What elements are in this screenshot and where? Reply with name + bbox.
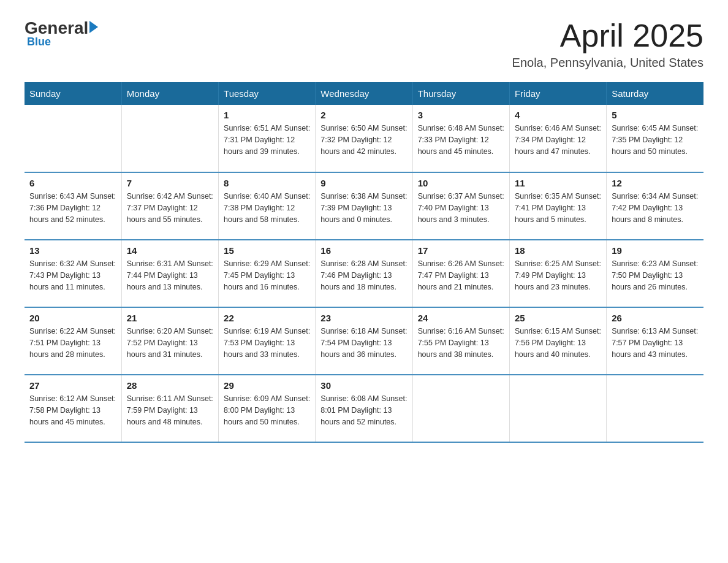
- day-info: Sunrise: 6:25 AM Sunset: 7:49 PM Dayligh…: [515, 258, 601, 293]
- calendar-cell: 21Sunrise: 6:20 AM Sunset: 7:52 PM Dayli…: [121, 307, 218, 375]
- day-info: Sunrise: 6:20 AM Sunset: 7:52 PM Dayligh…: [127, 326, 213, 360]
- day-info: Sunrise: 6:46 AM Sunset: 7:34 PM Dayligh…: [515, 123, 601, 157]
- day-info: Sunrise: 6:19 AM Sunset: 7:53 PM Dayligh…: [224, 326, 310, 360]
- calendar-cell: 25Sunrise: 6:15 AM Sunset: 7:56 PM Dayli…: [509, 307, 606, 375]
- day-info: Sunrise: 6:16 AM Sunset: 7:55 PM Dayligh…: [418, 326, 504, 360]
- day-info: Sunrise: 6:34 AM Sunset: 7:42 PM Dayligh…: [612, 191, 699, 225]
- weekday-header-monday: Monday: [121, 82, 218, 105]
- calendar-cell: [607, 375, 703, 442]
- day-number: 3: [418, 110, 504, 120]
- day-number: 14: [127, 245, 213, 256]
- day-number: 18: [515, 245, 601, 256]
- calendar-cell: 12Sunrise: 6:34 AM Sunset: 7:42 PM Dayli…: [607, 172, 703, 240]
- day-info: Sunrise: 6:18 AM Sunset: 7:54 PM Dayligh…: [320, 326, 407, 360]
- calendar-cell: [509, 375, 606, 442]
- logo-blue: Blue: [27, 36, 51, 48]
- day-number: 21: [127, 313, 213, 323]
- week-row-4: 20Sunrise: 6:22 AM Sunset: 7:51 PM Dayli…: [25, 307, 703, 375]
- day-number: 22: [224, 313, 310, 323]
- day-info: Sunrise: 6:50 AM Sunset: 7:32 PM Dayligh…: [320, 123, 407, 157]
- day-info: Sunrise: 6:09 AM Sunset: 8:00 PM Dayligh…: [224, 393, 310, 427]
- day-info: Sunrise: 6:45 AM Sunset: 7:35 PM Dayligh…: [612, 123, 699, 157]
- weekday-header-wednesday: Wednesday: [316, 82, 412, 105]
- weekday-header-thursday: Thursday: [412, 82, 509, 105]
- day-info: Sunrise: 6:12 AM Sunset: 7:58 PM Dayligh…: [29, 393, 116, 427]
- calendar-cell: 23Sunrise: 6:18 AM Sunset: 7:54 PM Dayli…: [316, 307, 412, 375]
- day-number: 28: [127, 380, 213, 391]
- calendar-cell: 11Sunrise: 6:35 AM Sunset: 7:41 PM Dayli…: [509, 172, 606, 240]
- calendar-cell: 24Sunrise: 6:16 AM Sunset: 7:55 PM Dayli…: [412, 307, 509, 375]
- calendar-cell: 9Sunrise: 6:38 AM Sunset: 7:39 PM Daylig…: [316, 172, 412, 240]
- day-info: Sunrise: 6:31 AM Sunset: 7:44 PM Dayligh…: [127, 258, 213, 293]
- day-info: Sunrise: 6:42 AM Sunset: 7:37 PM Dayligh…: [127, 191, 213, 225]
- weekday-header-saturday: Saturday: [607, 82, 703, 105]
- calendar-cell: 6Sunrise: 6:43 AM Sunset: 7:36 PM Daylig…: [25, 172, 121, 240]
- calendar-cell: 28Sunrise: 6:11 AM Sunset: 7:59 PM Dayli…: [121, 375, 218, 442]
- day-number: 24: [418, 313, 504, 323]
- calendar-cell: [25, 105, 121, 172]
- day-info: Sunrise: 6:28 AM Sunset: 7:46 PM Dayligh…: [320, 258, 407, 293]
- weekday-header-sunday: Sunday: [25, 82, 121, 105]
- calendar-cell: [412, 375, 509, 442]
- calendar-cell: 2Sunrise: 6:50 AM Sunset: 7:32 PM Daylig…: [316, 105, 412, 172]
- calendar-cell: 8Sunrise: 6:40 AM Sunset: 7:38 PM Daylig…: [219, 172, 316, 240]
- day-number: 2: [320, 110, 407, 120]
- day-info: Sunrise: 6:08 AM Sunset: 8:01 PM Dayligh…: [320, 393, 407, 427]
- day-number: 6: [29, 178, 116, 188]
- day-info: Sunrise: 6:40 AM Sunset: 7:38 PM Dayligh…: [224, 191, 310, 225]
- calendar-cell: 29Sunrise: 6:09 AM Sunset: 8:00 PM Dayli…: [219, 375, 316, 442]
- day-number: 8: [224, 178, 310, 188]
- day-info: Sunrise: 6:43 AM Sunset: 7:36 PM Dayligh…: [29, 191, 116, 225]
- day-number: 20: [29, 313, 116, 323]
- page-header: General Blue April 2025 Enola, Pennsylva…: [25, 18, 703, 70]
- calendar-table: SundayMondayTuesdayWednesdayThursdayFrid…: [25, 82, 703, 443]
- calendar-cell: 13Sunrise: 6:32 AM Sunset: 7:43 PM Dayli…: [25, 240, 121, 307]
- calendar-cell: 1Sunrise: 6:51 AM Sunset: 7:31 PM Daylig…: [219, 105, 316, 172]
- day-info: Sunrise: 6:35 AM Sunset: 7:41 PM Dayligh…: [515, 191, 601, 225]
- calendar-cell: 5Sunrise: 6:45 AM Sunset: 7:35 PM Daylig…: [607, 105, 703, 172]
- week-row-3: 13Sunrise: 6:32 AM Sunset: 7:43 PM Dayli…: [25, 240, 703, 307]
- day-number: 23: [320, 313, 407, 323]
- day-info: Sunrise: 6:38 AM Sunset: 7:39 PM Dayligh…: [320, 191, 407, 225]
- calendar-cell: 18Sunrise: 6:25 AM Sunset: 7:49 PM Dayli…: [509, 240, 606, 307]
- calendar-cell: 7Sunrise: 6:42 AM Sunset: 7:37 PM Daylig…: [121, 172, 218, 240]
- day-info: Sunrise: 6:51 AM Sunset: 7:31 PM Dayligh…: [224, 123, 310, 157]
- day-info: Sunrise: 6:48 AM Sunset: 7:33 PM Dayligh…: [418, 123, 504, 157]
- day-number: 5: [612, 110, 699, 120]
- calendar-cell: 22Sunrise: 6:19 AM Sunset: 7:53 PM Dayli…: [219, 307, 316, 375]
- day-number: 15: [224, 245, 310, 256]
- calendar-cell: 14Sunrise: 6:31 AM Sunset: 7:44 PM Dayli…: [121, 240, 218, 307]
- day-number: 29: [224, 380, 310, 391]
- day-number: 19: [612, 245, 699, 256]
- calendar-cell: 15Sunrise: 6:29 AM Sunset: 7:45 PM Dayli…: [219, 240, 316, 307]
- weekday-header-friday: Friday: [509, 82, 606, 105]
- weekday-header-tuesday: Tuesday: [219, 82, 316, 105]
- calendar-cell: 16Sunrise: 6:28 AM Sunset: 7:46 PM Dayli…: [316, 240, 412, 307]
- page-title: April 2025: [512, 18, 703, 53]
- day-info: Sunrise: 6:29 AM Sunset: 7:45 PM Dayligh…: [224, 258, 310, 293]
- day-number: 26: [612, 313, 699, 323]
- calendar-cell: 20Sunrise: 6:22 AM Sunset: 7:51 PM Dayli…: [25, 307, 121, 375]
- day-number: 27: [29, 380, 116, 391]
- calendar-cell: 26Sunrise: 6:13 AM Sunset: 7:57 PM Dayli…: [607, 307, 703, 375]
- calendar-cell: 30Sunrise: 6:08 AM Sunset: 8:01 PM Dayli…: [316, 375, 412, 442]
- subtitle: Enola, Pennsylvania, United States: [512, 56, 703, 70]
- calendar-cell: [121, 105, 218, 172]
- day-info: Sunrise: 6:37 AM Sunset: 7:40 PM Dayligh…: [418, 191, 504, 225]
- day-number: 25: [515, 313, 601, 323]
- day-info: Sunrise: 6:26 AM Sunset: 7:47 PM Dayligh…: [418, 258, 504, 293]
- calendar-cell: 17Sunrise: 6:26 AM Sunset: 7:47 PM Dayli…: [412, 240, 509, 307]
- day-number: 7: [127, 178, 213, 188]
- day-number: 16: [320, 245, 407, 256]
- calendar-cell: 19Sunrise: 6:23 AM Sunset: 7:50 PM Dayli…: [607, 240, 703, 307]
- week-row-5: 27Sunrise: 6:12 AM Sunset: 7:58 PM Dayli…: [25, 375, 703, 442]
- title-block: April 2025 Enola, Pennsylvania, United S…: [512, 18, 703, 70]
- logo-arrow-icon: [89, 21, 98, 33]
- calendar-cell: 10Sunrise: 6:37 AM Sunset: 7:40 PM Dayli…: [412, 172, 509, 240]
- logo: General Blue: [25, 18, 98, 48]
- day-number: 4: [515, 110, 601, 120]
- calendar-cell: 27Sunrise: 6:12 AM Sunset: 7:58 PM Dayli…: [25, 375, 121, 442]
- day-number: 30: [320, 380, 407, 391]
- day-number: 11: [515, 178, 601, 188]
- weekday-header-row: SundayMondayTuesdayWednesdayThursdayFrid…: [25, 82, 703, 105]
